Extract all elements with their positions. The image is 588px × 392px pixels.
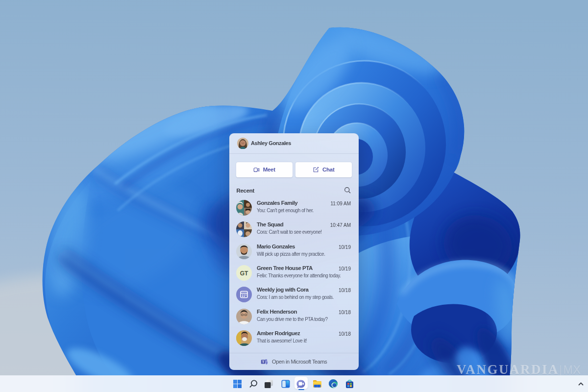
svg-text:GT: GT (240, 270, 248, 276)
